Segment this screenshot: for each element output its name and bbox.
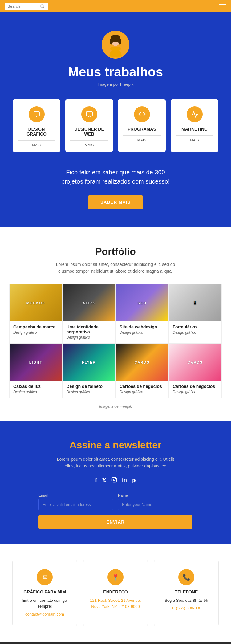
mais-link-0[interactable]: MAIS	[18, 140, 55, 147]
mais-link-1[interactable]: MAIS	[70, 140, 108, 147]
portfolio-title: Portfólio	[9, 246, 222, 257]
portfolio-item-1[interactable]: WORK Uma identidade corporativa Design g…	[63, 284, 116, 344]
portfolio-item-title-1: Uma identidade corporativa	[67, 324, 112, 334]
service-title-0: DESIGNGRÁFICO	[18, 127, 55, 137]
contact-phone-text: Seg a Sex, das 8h às 5h	[160, 597, 212, 604]
portfolio-item-5[interactable]: FLYER Design de folheto Design gráfico	[63, 344, 116, 398]
portfolio-item-title-4: Caixas de luz	[13, 384, 59, 389]
pinterest-icon[interactable]: 𝕡	[132, 477, 136, 484]
portfolio-item-info-3: Formulários Design gráfico	[169, 321, 222, 338]
portfolio-item-info-0: Campanha de marca Design gráfico	[10, 321, 62, 338]
portfolio-item-0[interactable]: MOCKUP Campanha de marca Design gráfico	[9, 284, 63, 344]
saber-mais-button[interactable]: SABER MAIS	[88, 195, 143, 209]
portfolio-description: Lorem ipsum dolor sit amet, consectetur …	[51, 261, 180, 275]
promo-text: Fico feliz em saber que mais de 300 proj…	[57, 168, 174, 186]
newsletter-description: Lorem ipsum dolor sit amet, consectetur …	[54, 456, 177, 470]
portfolio-item-cat-5: Design gráfico	[67, 390, 112, 394]
contact-card-address: 📍 ENDEREÇO 121 Rock Street, 21 Avenue,No…	[83, 560, 148, 626]
portfolio-img-2: SEO	[116, 284, 168, 321]
service-card-design-grafico: DESIGNGRÁFICO MAIS	[13, 99, 60, 152]
programas-icon	[134, 106, 150, 122]
contact-email-title: GRÁFICO PARA MIM	[19, 589, 71, 594]
service-title-1: DESIGNER DE WEB	[70, 127, 108, 137]
freepik-note: Imagens de Freepik	[9, 404, 222, 409]
hero-title: Meus trabalhos	[12, 65, 219, 79]
portfolio-item-info-2: Site de webdesign Design gráfico	[116, 321, 168, 338]
hero-section: Meus trabalhos Imagem por Freepik DESIGN…	[0, 12, 231, 227]
svg-point-6	[118, 39, 121, 45]
portfolio-item-info-1: Uma identidade corporativa Design gráfic…	[63, 321, 116, 343]
search-icon	[40, 4, 44, 8]
portfolio-item-2[interactable]: SEO Site de webdesign Design gráfico	[116, 284, 169, 344]
marketing-icon	[187, 106, 203, 122]
contact-card-email: ✉ GRÁFICO PARA MIM Entre em contato comi…	[12, 560, 77, 626]
twitter-icon[interactable]: 𝕏	[102, 477, 107, 484]
portfolio-grid: MOCKUP Campanha de marca Design gráfico …	[9, 284, 222, 398]
portfolio-img-0: MOCKUP	[10, 284, 62, 321]
name-input[interactable]	[118, 499, 192, 510]
portfolio-item-3[interactable]: 📱 Formulários Design gráfico	[169, 284, 222, 344]
enviar-button[interactable]: ENVIAR	[38, 515, 192, 529]
name-label: Name	[118, 493, 192, 498]
portfolio-item-cat-1: Design gráfico	[67, 335, 112, 340]
email-contact-icon: ✉	[37, 569, 53, 585]
mais-link-2[interactable]: MAIS	[123, 135, 161, 142]
portfolio-item-info-7: Cartões de negócios Design gráfico	[169, 381, 222, 398]
service-card-marketing: MARKETING MAIS	[171, 99, 218, 152]
design-grafico-icon	[29, 106, 45, 122]
email-input[interactable]	[38, 499, 113, 510]
contact-address-link[interactable]: 121 Rock Street, 21 Avenue,Nova York, NY…	[90, 597, 141, 610]
portfolio-item-cat-0: Design gráfico	[13, 330, 59, 335]
designer-web-icon	[81, 106, 97, 122]
portfolio-item-title-2: Site de webdesign	[120, 324, 165, 329]
email-label: Email	[38, 493, 113, 498]
portfolio-item-4[interactable]: LIGHT Caixas de luz Design gráfico	[9, 344, 63, 398]
portfolio-img-1: WORK	[63, 284, 116, 321]
portfolio-item-title-6: Cartões de negócios	[120, 384, 165, 389]
newsletter-section: Assine a newsletter Lorem ipsum dolor si…	[0, 421, 231, 544]
name-field-group: Name	[118, 493, 192, 510]
svg-line-1	[43, 7, 44, 8]
portfolio-section: Portfólio Lorem ipsum dolor sit amet, co…	[0, 227, 231, 421]
mais-link-3[interactable]: MAIS	[176, 135, 213, 142]
contact-email-text: Entre em contato comigo sempre!	[19, 597, 71, 609]
search-input[interactable]	[7, 4, 38, 9]
portfolio-item-7[interactable]: CARDS Cartões de negócios Design gráfico	[169, 344, 222, 398]
portfolio-item-info-4: Caixas de luz Design gráfico	[10, 381, 62, 398]
svg-point-0	[41, 5, 43, 7]
portfolio-item-cat-3: Design gráfico	[173, 330, 218, 335]
svg-point-12	[113, 479, 115, 481]
contact-email-link[interactable]: contact@domain.com	[25, 612, 64, 617]
linkedin-icon[interactable]: in	[122, 477, 127, 484]
portfolio-img-7: CARDS	[169, 344, 222, 381]
svg-rect-11	[112, 477, 117, 482]
service-title-3: MARKETING	[176, 127, 213, 132]
search-box[interactable]	[5, 3, 48, 10]
service-card-programas: PROGRAMAS MAIS	[118, 99, 166, 152]
portfolio-item-cat-2: Design gráfico	[120, 330, 165, 335]
svg-point-13	[115, 478, 116, 479]
contact-phone-link[interactable]: +1(555) 000-000	[172, 606, 201, 610]
phone-contact-icon: 📞	[178, 569, 194, 585]
contact-section: ✉ GRÁFICO PARA MIM Entre em contato comi…	[0, 544, 231, 642]
portfolio-item-cat-7: Design gráfico	[173, 390, 218, 394]
avatar	[102, 31, 129, 59]
portfolio-item-6[interactable]: CARDS Cartões de negócios Design gráfico	[116, 344, 169, 398]
portfolio-item-title-3: Formulários	[173, 324, 218, 329]
address-contact-icon: 📍	[107, 569, 124, 585]
hamburger-menu-icon[interactable]	[219, 4, 226, 8]
hero-image-credit: Imagem por Freepik	[12, 82, 219, 87]
avatar-image	[103, 32, 128, 57]
footer: Sample text. Click to select the Text El…	[0, 642, 231, 644]
contact-address-title: ENDEREÇO	[90, 589, 141, 594]
newsletter-form: Email Name	[38, 493, 192, 510]
social-icons: f 𝕏 in 𝕡	[9, 477, 222, 484]
portfolio-item-title-5: Design de folheto	[67, 384, 112, 389]
portfolio-img-3: 📱	[169, 284, 222, 321]
service-card-designer-web: DESIGNER DE WEB MAIS	[65, 99, 113, 152]
portfolio-item-info-6: Cartões de negócios Design gráfico	[116, 381, 168, 398]
facebook-icon[interactable]: f	[95, 477, 97, 484]
portfolio-img-4: LIGHT	[10, 344, 62, 381]
instagram-icon[interactable]	[111, 477, 117, 484]
svg-rect-7	[34, 112, 39, 116]
